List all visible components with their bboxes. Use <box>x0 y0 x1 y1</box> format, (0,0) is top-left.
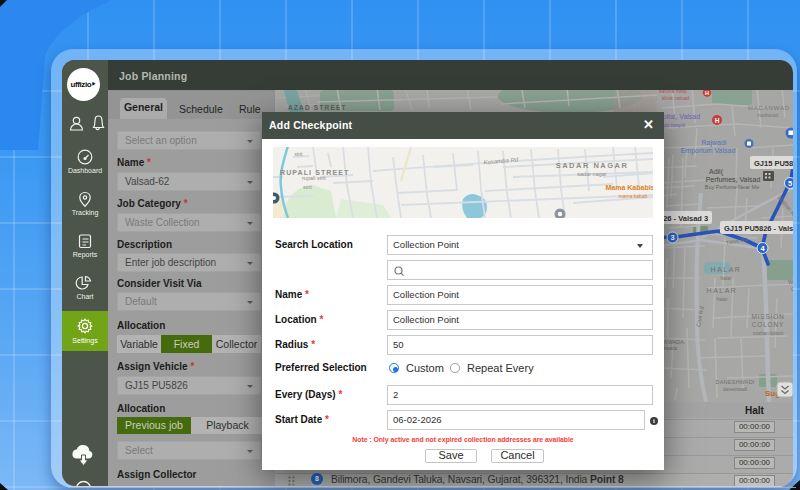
svg-text:AZAD STREET: AZAD STREET <box>288 104 347 111</box>
svg-text:Emporium Valsad: Emporium Valsad <box>681 147 736 155</box>
svg-text:SADAR NAGAR: SADAR NAGAR <box>556 161 629 170</box>
svg-text:daneshwadi: daneshwadi <box>723 387 747 392</box>
svg-text:strit: strit <box>293 151 303 157</box>
svg-text:H: H <box>715 117 720 124</box>
svg-text:HALAR: HALAR <box>711 266 742 273</box>
svg-text:rupali strit: rupali strit <box>302 175 326 181</box>
svg-text:5: 5 <box>788 179 792 188</box>
svg-text:votr hospitl: votr hospitl <box>661 122 685 128</box>
svg-text:madhavad: madhavad <box>757 113 779 118</box>
svg-text:mishan koloni: mishan koloni <box>753 330 784 336</box>
svg-text:DANESHWADI: DANESHWADI <box>715 379 754 385</box>
svg-text:strit: strit <box>303 184 312 190</box>
svg-text:COLONY: COLONY <box>752 321 784 328</box>
svg-text:sadar nagar: sadar nagar <box>577 171 607 177</box>
svg-text:Rajwadi: Rajwadi <box>702 139 727 147</box>
svg-text:klinik valsad: klinik valsad <box>662 95 689 101</box>
svg-text:3: 3 <box>670 233 674 242</box>
svg-text:kwada: kwada <box>664 346 678 351</box>
svg-text:Adil(: Adil( <box>709 168 724 176</box>
svg-text:GJ15 PU5826: GJ15 PU5826 <box>754 159 793 168</box>
svg-text:COL: COL <box>791 286 793 292</box>
svg-text:826 - Valsad 3: 826 - Valsad 3 <box>659 214 708 223</box>
svg-text:MADANWAD: MADANWAD <box>748 105 790 111</box>
svg-text:Perfumes, Valsad: Perfumes, Valsad <box>706 176 761 183</box>
svg-text:halar: halar <box>716 296 727 302</box>
svg-text:Buy Perfume Near Me: Buy Perfume Near Me <box>705 184 759 190</box>
svg-text:KWADA: KWADA <box>664 339 684 345</box>
svg-text:H: H <box>705 90 709 96</box>
svg-text:Mama Kababis: Mama Kababis <box>605 184 653 191</box>
svg-text:halar: halar <box>720 275 731 281</box>
svg-text:WEST R: WEST R <box>788 279 793 285</box>
svg-text:GJ15 PU5826 - Valsad: GJ15 PU5826 - Valsad <box>724 224 793 233</box>
svg-text:MISSION: MISSION <box>751 313 784 320</box>
svg-text:spital, Valsad: spital, Valsad <box>659 113 700 121</box>
svg-text:mama kabab: mama kabab <box>619 193 648 199</box>
svg-text:HALAR: HALAR <box>707 287 738 294</box>
